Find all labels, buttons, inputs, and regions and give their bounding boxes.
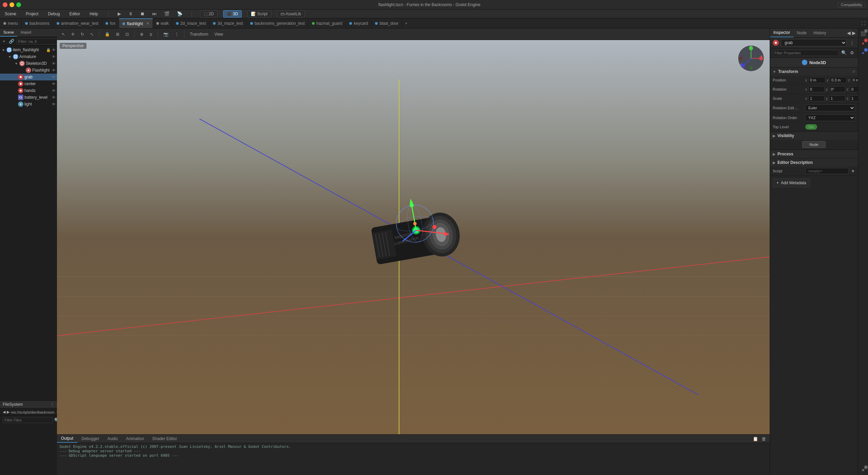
tab-backrooms-gen[interactable]: backrooms_generation_test — [247, 18, 309, 28]
tab-backrooms[interactable]: backrooms — [22, 18, 53, 28]
rotation-x[interactable] — [808, 86, 825, 92]
insp-back-btn[interactable]: ◀ — [847, 30, 851, 36]
insp-options-btn[interactable]: ⋮ — [849, 40, 855, 46]
pause-button[interactable]: ⏸ — [127, 11, 134, 17]
tool-grid-snap[interactable]: ⊡ — [123, 31, 131, 38]
menu-editor[interactable]: Editor — [67, 11, 82, 17]
movie-button[interactable]: 🎬 — [163, 11, 171, 17]
eye-grab[interactable]: 👁 — [52, 75, 56, 79]
eye-battery[interactable]: 👁 — [52, 95, 56, 99]
scene-tab-import[interactable]: Import — [17, 28, 35, 37]
tab-keycard[interactable]: keycard — [346, 18, 372, 28]
tab-blast-door[interactable]: blast_door — [372, 18, 402, 28]
tool-rotate[interactable]: ↻ — [79, 31, 86, 38]
eye-center[interactable]: 👁 — [52, 82, 56, 86]
tool-select[interactable]: ↖ — [60, 31, 67, 38]
rotation-edit-dropdown[interactable]: Euler Quaternion — [805, 104, 855, 111]
eye-light[interactable]: 👁 — [52, 102, 56, 106]
tool-camera[interactable]: 📷 — [161, 31, 171, 38]
vis-node-button[interactable]: Node — [802, 141, 825, 148]
mode-2d[interactable]: ⬚ 2D — [200, 10, 218, 18]
scene-tab-scene[interactable]: Scene — [0, 28, 17, 37]
transform-reset-btn[interactable]: ↺ — [852, 70, 855, 74]
maximize-button[interactable] — [16, 2, 21, 7]
tree-instance-btn[interactable]: 🔗 — [8, 38, 15, 44]
rb-icon-scene[interactable]: ⬛ 1 — [860, 30, 867, 37]
tool-more[interactable]: ⋮ — [173, 31, 181, 38]
position-z[interactable] — [851, 77, 858, 83]
tree-add-btn[interactable]: + — [2, 38, 6, 44]
scale-x[interactable] — [808, 95, 825, 101]
menu-help[interactable]: Help — [87, 11, 100, 17]
tab-animation-wear[interactable]: animation_wear_test — [53, 18, 102, 28]
output-tab-animation[interactable]: Animation — [122, 435, 148, 442]
add-metadata-btn[interactable]: + Add Metadata — [773, 178, 810, 187]
fs-nav-next[interactable]: ▶ — [7, 410, 9, 414]
axis-nav-widget[interactable]: X Y Z — [737, 44, 766, 73]
insp-node-selector[interactable]: grab — [781, 39, 847, 46]
tab-walk[interactable]: walk — [153, 18, 173, 28]
section-editor-desc-header[interactable]: ▶ Editor Description — [770, 158, 858, 167]
insp-forward-btn[interactable]: ▶ — [852, 30, 856, 36]
position-y[interactable] — [830, 77, 847, 83]
tab-hazmat[interactable]: hazmat_guard — [309, 18, 346, 28]
tool-move[interactable]: ✛ — [69, 31, 77, 38]
tab-expand-button[interactable]: ⛶ — [859, 18, 868, 28]
output-tab-shader[interactable]: Shader Editor — [148, 435, 181, 442]
menu-debug[interactable]: Debug — [46, 11, 62, 17]
filter-files-input[interactable] — [3, 417, 53, 423]
output-copy-btn[interactable]: 📋 — [752, 436, 759, 442]
output-tab-audio[interactable]: Audio — [103, 435, 122, 442]
insp-tab-inspector[interactable]: Inspector — [770, 28, 793, 37]
tab-3d-maze[interactable]: 3d_maze_test — [210, 18, 246, 28]
tab-fox[interactable]: fox — [102, 18, 119, 28]
rotation-z[interactable] — [850, 86, 858, 92]
rotation-order-dropdown[interactable]: YXZ XYZ XZY ZXY ZYX — [805, 114, 855, 121]
tool-lock[interactable]: 🔒 — [103, 31, 112, 38]
viewport-3d[interactable]: Perspective MADISON — [57, 40, 770, 434]
filter-props-btn[interactable]: 🔍 — [840, 50, 848, 56]
eye-hands[interactable]: 👁 — [52, 89, 56, 93]
eye-flashlight-node[interactable]: 👁 — [52, 68, 56, 72]
output-clear-btn[interactable]: 🗑 — [761, 436, 767, 442]
tree-item-skeleton3d[interactable]: ▼ Skeleton3D 👁 — [0, 60, 57, 67]
output-tab-output[interactable]: Output — [57, 435, 77, 443]
menu-project[interactable]: Project — [24, 11, 40, 17]
scale-z[interactable] — [850, 95, 858, 101]
tab-2d-maze[interactable]: 2d_maze_test — [173, 18, 210, 28]
scale-y[interactable] — [829, 95, 845, 101]
section-process-header[interactable]: ▶ Process — [770, 150, 858, 158]
tab-close-flashlight[interactable]: ✕ — [146, 21, 149, 26]
compatibility-btn[interactable]: Compatibility — [838, 2, 865, 7]
minimize-button[interactable] — [9, 2, 14, 7]
tree-item-center[interactable]: center 👁 — [0, 80, 57, 87]
tool-use-snap[interactable]: ⧖ — [147, 31, 154, 38]
output-tab-debugger[interactable]: Debugger — [77, 435, 103, 442]
position-x[interactable] — [808, 77, 825, 83]
tool-group[interactable]: ⊞ — [114, 31, 121, 38]
filesystem-options[interactable]: ⋮ — [50, 402, 54, 407]
rb-icon-pages[interactable]: ≡ 2 — [860, 466, 867, 474]
mode-script[interactable]: 📝 Script — [247, 10, 271, 18]
mode-3d[interactable]: ⬛ 3D — [223, 10, 242, 18]
filter-props-options[interactable]: ⚙ — [849, 50, 855, 56]
tab-menu[interactable]: menu — [0, 18, 22, 28]
mode-assetlib[interactable]: 🗃 AssetLib — [277, 10, 305, 18]
btn-transform[interactable]: Transform — [188, 31, 210, 38]
tab-flashlight[interactable]: flashlight ✕ — [119, 18, 153, 28]
tool-scale[interactable]: ⤡ — [88, 31, 96, 38]
top-level-toggle[interactable]: On — [805, 124, 817, 130]
play-button[interactable]: ▶ — [117, 11, 122, 17]
step-button[interactable]: ⏭ — [151, 11, 158, 17]
tool-local-space[interactable]: ⊕ — [138, 31, 145, 38]
tree-item-battery[interactable]: battery_level 👁 — [0, 94, 57, 101]
btn-view[interactable]: View — [212, 31, 225, 38]
fs-nav-prev[interactable]: ◀ — [3, 410, 5, 414]
close-button[interactable] — [3, 2, 7, 7]
menu-scene[interactable]: Scene — [3, 11, 18, 17]
tree-item-hands[interactable]: hands 👁 — [0, 87, 57, 94]
tab-add-button[interactable]: + — [402, 18, 410, 28]
tree-item-light[interactable]: light 👁 — [0, 101, 57, 108]
tree-item-flashlight-node[interactable]: Flashlight 👁 — [0, 67, 57, 74]
stop-button[interactable]: ⏹ — [139, 11, 146, 17]
